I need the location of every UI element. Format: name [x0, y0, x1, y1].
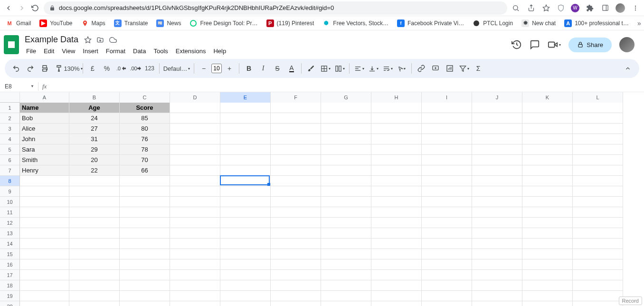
bookmark-item[interactable]: 文Translate: [114, 19, 148, 27]
cell[interactable]: [522, 301, 573, 306]
cell[interactable]: [220, 259, 271, 270]
column-header[interactable]: J: [472, 92, 522, 103]
cell[interactable]: [522, 124, 573, 134]
comments-icon[interactable]: [530, 39, 540, 50]
cell[interactable]: [321, 228, 371, 239]
cell[interactable]: [271, 291, 321, 301]
cell[interactable]: [422, 144, 472, 155]
bookmark-item[interactable]: MGmail: [6, 19, 31, 27]
cell[interactable]: [321, 113, 371, 124]
cell[interactable]: [321, 134, 371, 144]
cell[interactable]: [522, 165, 573, 176]
column-header[interactable]: D: [170, 92, 220, 103]
cell[interactable]: [371, 259, 422, 270]
cell[interactable]: [271, 103, 321, 113]
cell[interactable]: [422, 228, 472, 239]
cell[interactable]: [271, 218, 321, 228]
borders-button[interactable]: [319, 62, 332, 75]
cell[interactable]: [120, 280, 170, 291]
bookmarks-overflow-icon[interactable]: »: [637, 19, 641, 27]
cell[interactable]: [321, 270, 371, 280]
cell[interactable]: [220, 176, 271, 186]
cell[interactable]: Alice: [20, 124, 69, 134]
cell[interactable]: [220, 197, 271, 207]
share-page-icon[interactable]: [526, 3, 536, 13]
percent-button[interactable]: %: [100, 62, 114, 75]
cell[interactable]: [120, 207, 170, 218]
number-format-button[interactable]: 123: [143, 62, 156, 75]
row-header[interactable]: 11: [0, 207, 20, 218]
rotate-button[interactable]: A: [395, 62, 408, 75]
share-button[interactable]: Share: [568, 38, 612, 52]
browser-menu-icon[interactable]: [631, 3, 640, 13]
cell[interactable]: [422, 134, 472, 144]
cell[interactable]: [69, 228, 120, 239]
cell[interactable]: [271, 249, 321, 259]
cell[interactable]: [170, 134, 220, 144]
cell[interactable]: [271, 280, 321, 291]
cell[interactable]: Name: [20, 103, 69, 113]
cell[interactable]: John: [20, 134, 69, 144]
bookmark-item[interactable]: Maps: [81, 19, 105, 27]
name-box[interactable]: E8: [3, 83, 27, 90]
cell[interactable]: [422, 270, 472, 280]
cell[interactable]: [69, 270, 120, 280]
cell[interactable]: [472, 197, 522, 207]
cell[interactable]: 66: [120, 165, 170, 176]
cell[interactable]: [321, 165, 371, 176]
row-header[interactable]: 9: [0, 186, 20, 197]
cell[interactable]: [573, 280, 623, 291]
strikethrough-button[interactable]: S: [271, 62, 284, 75]
formula-input[interactable]: [50, 83, 644, 90]
cell[interactable]: [472, 301, 522, 306]
row-header[interactable]: 14: [0, 239, 20, 249]
cell[interactable]: [69, 291, 120, 301]
cell[interactable]: [573, 270, 623, 280]
cell[interactable]: [573, 176, 623, 186]
cell[interactable]: [422, 103, 472, 113]
cell[interactable]: [522, 197, 573, 207]
row-header[interactable]: 1: [0, 103, 20, 113]
extensions-icon[interactable]: [585, 3, 595, 13]
cell[interactable]: [371, 239, 422, 249]
cell[interactable]: [472, 228, 522, 239]
cell[interactable]: [472, 249, 522, 259]
cell[interactable]: [522, 134, 573, 144]
cell[interactable]: [573, 103, 623, 113]
column-header[interactable]: C: [120, 92, 170, 103]
browser-avatar[interactable]: [616, 3, 625, 13]
cell[interactable]: 22: [69, 165, 120, 176]
cell[interactable]: [69, 186, 120, 197]
cell[interactable]: [271, 144, 321, 155]
cell[interactable]: [271, 176, 321, 186]
cell[interactable]: [371, 301, 422, 306]
cell[interactable]: [422, 259, 472, 270]
row-header[interactable]: 5: [0, 144, 20, 155]
cell[interactable]: [220, 228, 271, 239]
cell[interactable]: [271, 259, 321, 270]
cell[interactable]: [522, 280, 573, 291]
cell[interactable]: [170, 165, 220, 176]
cell[interactable]: [120, 186, 170, 197]
bookmark-item[interactable]: ⬢Free Vectors, Stock…: [322, 19, 388, 27]
cell[interactable]: [422, 197, 472, 207]
cell[interactable]: [220, 301, 271, 306]
row-header[interactable]: 17: [0, 270, 20, 280]
fill-color-button[interactable]: [304, 62, 318, 75]
cell[interactable]: [220, 249, 271, 259]
cell[interactable]: [170, 301, 220, 306]
bookmark-item[interactable]: 📰News: [156, 19, 181, 27]
column-header[interactable]: H: [371, 92, 422, 103]
font-dropdown[interactable]: Defaul…: [162, 62, 191, 75]
cell[interactable]: [522, 103, 573, 113]
cell[interactable]: [120, 239, 170, 249]
cell[interactable]: [170, 176, 220, 186]
row-header[interactable]: 19: [0, 291, 20, 301]
row-header[interactable]: 13: [0, 228, 20, 239]
cell[interactable]: [321, 291, 371, 301]
cell[interactable]: [472, 291, 522, 301]
cell[interactable]: [170, 291, 220, 301]
increase-decimal-button[interactable]: .00: [129, 62, 142, 75]
cell[interactable]: [220, 165, 271, 176]
cell[interactable]: [321, 186, 371, 197]
